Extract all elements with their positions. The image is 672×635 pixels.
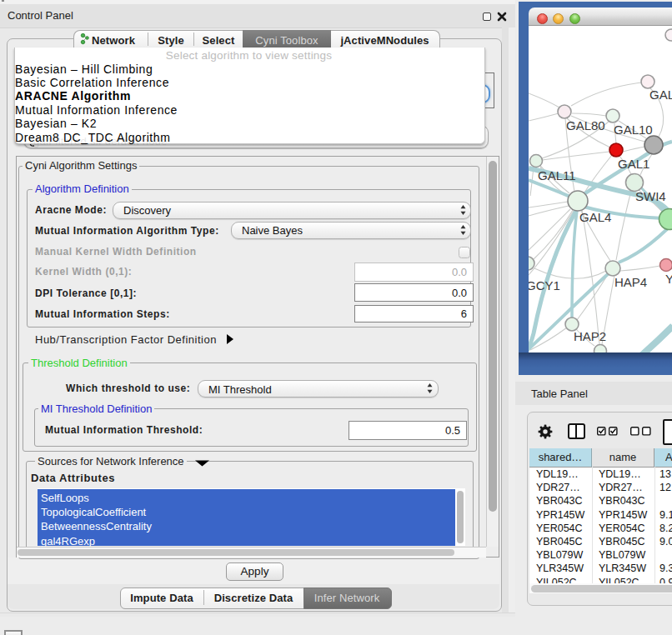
svg-text:SWI4: SWI4: [635, 189, 666, 203]
svg-text:GCY1: GCY1: [529, 278, 560, 292]
svg-text:HAP4: HAP4: [614, 275, 647, 289]
svg-text:HAP2: HAP2: [574, 329, 606, 343]
svg-text:GAL7: GAL7: [649, 88, 672, 102]
svg-text:GAL10: GAL10: [614, 122, 653, 137]
svg-text:GAL80: GAL80: [566, 118, 605, 132]
svg-text:GAL11: GAL11: [538, 168, 576, 182]
svg-text:GAL4: GAL4: [579, 210, 611, 224]
svg-text:GAL1: GAL1: [618, 157, 649, 171]
svg-text:YJ: YJ: [665, 272, 672, 286]
